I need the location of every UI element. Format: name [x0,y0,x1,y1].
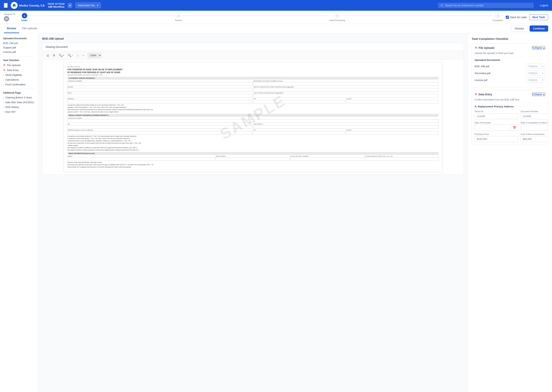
checklist-final-confirmation[interactable]: › Final Confirmation [3,83,35,86]
doc-row-price: PRICE COST OF NEW CONSTRUCTION (if appli… [67,92,439,98]
sidebar-divider-1 [3,56,35,56]
workflow-actions: Save for Later Next Task [506,14,548,20]
category-select-secondary[interactable]: Category ▾ [526,71,545,76]
date-completion-input[interactable] [521,125,548,131]
chevron-icon-flag3: › [3,106,4,108]
logo-area: Modoc County, CA [11,2,45,9]
cost-new-construction-field: Cost of New Construction [521,133,548,142]
date-purchase-input-wrap[interactable]: 📅 [475,125,518,131]
doc-q12: previously been granted a base year valu… [67,164,439,166]
doc-field-orig-city: CITY [253,129,345,134]
flag-label-sale: Sale After Date (4/1/2021) [5,101,34,104]
doc-link-support[interactable]: Support.pdf [3,46,35,49]
chevron-icon-final: › [3,84,4,86]
search-input[interactable] [445,4,531,7]
flag-claiming-before[interactable]: › Claiming Before 3 Years [3,96,35,99]
uploaded-docs-section-title: Uploaded Documents [475,59,545,62]
doc-row-address: ADDRESS CITY COUNTY [67,98,439,103]
collapse-label-data: Collapse [532,93,542,96]
data-entry-header: ✕ Data Entry Collapse ▲ [472,90,548,98]
doc-link-boe19b[interactable]: BOE-19B.pdf [3,42,35,45]
task-checklist-title: Task Checklist [3,59,35,62]
save-for-later-toggle[interactable]: Save for Later [506,16,527,19]
avatar: HK [4,16,9,21]
checklist-verify-eligibility[interactable]: › Verify Eligibility [3,73,35,76]
cost-new-construction-label: Cost of New Construction [521,133,548,135]
team-dropdown-button[interactable]: ▾ [68,3,72,8]
save-later-checkbox[interactable] [506,16,509,19]
doc-q9: , please explain: [67,145,439,146]
fit-button[interactable]: ↔ [81,53,86,58]
step-1: 1 Intake [22,13,28,21]
doc-q5: is property your principal residence? □ … [67,135,439,137]
category-placeholder-license: Category [528,79,538,81]
menu-button[interactable]: ☰ [4,3,8,8]
rotate-button[interactable]: ↕ [76,53,79,58]
step-circle-4: 4 [495,13,500,18]
instrument-dropdown[interactable]: Instrument No. ▾ [75,2,101,8]
doc-section-original: RIGINAL PRIMARY RESIDENCE (FORMER PROPER… [67,114,439,117]
date-purchase-field: Date of Purchase 📅 [475,122,518,131]
doc-field-orig-parcel: S PARCEL/ID NUMBER [67,118,439,123]
search-icon [440,4,443,7]
doc-field-dob: DATE OF BIRTH [216,156,290,161]
x-icon-file-uploads-right: ✕ [475,46,477,49]
doc-section-claimant: IMANT INFORMATION (please print) [67,152,439,155]
step-connector-1-2 [28,15,175,16]
category-chevron-boe19b: ▾ [542,65,543,68]
category-select-license[interactable]: Category ▾ [526,77,545,83]
date-completion-field: Date of Completion of New Construction 📅 [521,122,548,131]
data-entry-card-title: Data Entry [479,93,530,96]
zoom-out-button[interactable]: 🔍− [67,53,74,58]
doc-name-license: License.pdf [475,79,525,82]
tabs-actions: Dismiss Continue [511,24,548,33]
doc-field-sale-price: SALE PRICE $ [253,123,439,129]
doc-field-claimant: AIMANT [67,156,215,161]
uploaded-docs-title: Uploaded Documents [3,37,35,40]
file-uploads-card-title: File Uploads [479,46,530,49]
doc-link-license[interactable]: License.pdf [3,50,35,53]
doc-q13: ease provide the county(ies) and Assesso… [67,166,439,168]
date-purchase-input[interactable] [475,125,511,131]
flag-sale-after-date[interactable]: › Sale After Date (4/1/2021) [3,101,35,104]
tab-file-uploads[interactable]: File Uploads [19,24,40,33]
search-bar[interactable] [438,3,534,8]
category-select-boe19b[interactable]: Category ▾ [526,64,545,69]
file-uploads-desc: Classify file uploads to finish your tas… [472,52,548,56]
cost-new-construction-input[interactable] [521,136,548,142]
checklist-data-entry[interactable]: ✕ Data Entry [3,69,35,72]
category-chevron-license: ▾ [542,79,543,81]
download-button[interactable]: ⬇ [52,53,56,58]
tab-review[interactable]: Review [4,24,19,33]
doc-field-ssn: SOCIAL SECURITY NUMBER [290,156,364,161]
continue-button[interactable]: Continue [530,25,548,32]
flag-ssn-history[interactable]: › SSN History [3,106,35,109]
step-label-4: Completed [493,19,503,21]
logout-button[interactable]: Logout [540,4,548,7]
checklist-calculations[interactable]: › Calculations [3,78,35,81]
assigned-to-section: Assigned To HK [4,13,15,21]
flag-over-55[interactable]: › Over 55? [3,111,35,113]
print-button[interactable]: 🖨 [45,53,50,58]
house-icon [12,3,16,7]
dismiss-button[interactable]: Dismiss [511,25,528,32]
next-task-button[interactable]: Next Task [529,14,548,20]
doc-section-replacement: PLACEMENT PRIMARY RESIDENCE [67,77,439,80]
x-icon-data-entry-right: ✕ [475,92,477,96]
file-uploads-collapse-button[interactable]: Collapse ▲ [532,46,545,49]
doc-field-cost: COST OF NEW CONSTRUCTION (if applicable)… [253,92,439,98]
purchase-price-input[interactable] [475,136,518,142]
zoom-select[interactable]: 50% 75% 100% 125% 150% [87,53,102,58]
parcel-id-input[interactable] [475,113,518,119]
date-completion-input-wrap[interactable]: 📅 [521,125,548,131]
flag-label-over55: Over 55? [5,111,15,113]
doc-row-orig-address: ADDRESS (property must be in California)… [67,129,439,134]
document-number-input[interactable] [521,113,548,119]
right-panel: Task Completion Checklist ✕ File Uploads… [468,33,552,392]
county-label: Modoc County, CA [19,4,45,7]
x-icon-file-uploads: ✕ [3,63,5,67]
workflow-steps: 1 Intake 2 Review 3 Final Processing 4 C… [22,13,503,21]
zoom-in-button[interactable]: 🔍+ [58,53,65,58]
checklist-file-uploads[interactable]: ✕ File Uploads [3,63,35,67]
data-entry-collapse-button[interactable]: Collapse ▲ [532,92,545,96]
